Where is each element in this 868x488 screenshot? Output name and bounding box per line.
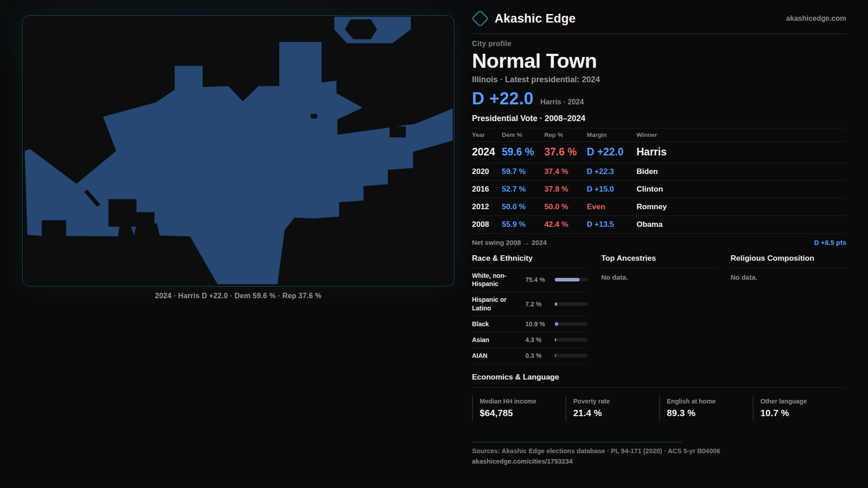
- vote-dem-pct: 59.7 %: [502, 167, 544, 176]
- list-item: AIAN 0.3 %: [472, 348, 588, 364]
- headline-margin-row: D +22.0 Harris · 2024: [472, 89, 846, 108]
- race-label: Black: [472, 320, 525, 328]
- race-label: Hispanic or Latino: [472, 296, 525, 312]
- net-swing-value: D +8.5 pts: [814, 239, 846, 246]
- stat-median-income: Median HH income $64,785: [472, 396, 566, 421]
- stat-label: Poverty rate: [573, 398, 659, 405]
- list-item: Asian 4.3 %: [472, 332, 588, 348]
- footer: Sources: Akashic Edge elections database…: [472, 442, 846, 465]
- religion-section-title: Religious Composition: [731, 254, 846, 268]
- race-label: Asian: [472, 336, 525, 344]
- headline-context: Harris · 2024: [540, 98, 584, 106]
- economics-section-title: Economics & Language: [472, 373, 846, 388]
- economics-stats: Median HH income $64,785 Poverty rate 21…: [472, 396, 846, 421]
- list-item: White, non-Hispanic 75.4 %: [472, 268, 588, 292]
- race-value: 4.3 %: [525, 336, 555, 343]
- col-dem: Dem %: [502, 131, 544, 138]
- race-bar: [555, 278, 588, 282]
- table-row: 2012 50.0 % 50.0 % Even Romney: [472, 198, 846, 216]
- table-row: 2024 59.6 % 37.6 % D +22.0 Harris: [472, 141, 846, 163]
- race-value: 75.4 %: [525, 276, 555, 283]
- diamond-logo-icon: [471, 9, 489, 28]
- ancestries-section-title: Top Ancestries: [601, 254, 717, 268]
- race-ethnicity-section: Race & Ethnicity White, non-Hispanic 75.…: [472, 254, 588, 364]
- vote-winner: Romney: [637, 202, 846, 211]
- stat-english-at-home: English at home 89.3 %: [659, 396, 753, 421]
- net-swing-label: Net swing 2008 → 2024: [472, 239, 547, 246]
- demographics-columns: Race & Ethnicity White, non-Hispanic 75.…: [472, 254, 846, 364]
- vote-table-header: Year Dem % Rep % Margin Winner: [472, 128, 846, 141]
- race-label: AIAN: [472, 352, 525, 360]
- vote-winner: Clinton: [637, 185, 846, 194]
- stat-other-language: Other language 10.7 %: [753, 396, 846, 421]
- vote-rep-pct: 42.4 %: [544, 220, 587, 229]
- race-bar: [555, 302, 588, 306]
- table-row: 2020 59.7 % 37.4 % D +22.3 Biden: [472, 163, 846, 180]
- stat-label: Median HH income: [480, 398, 566, 405]
- vote-margin: D +13.5: [587, 220, 637, 229]
- vote-table-title: Presidential Vote · 2008–2024: [472, 114, 846, 123]
- table-row: 2008 55.9 % 42.4 % D +13.5 Obama: [472, 216, 846, 233]
- stat-label: Other language: [760, 398, 846, 405]
- vote-dem-pct: 59.6 %: [502, 146, 544, 158]
- vote-table: Year Dem % Rep % Margin Winner 2024 59.6…: [472, 128, 846, 233]
- stat-value: 21.4 %: [573, 408, 659, 418]
- vote-rep-pct: 37.8 %: [544, 185, 587, 194]
- city-boundary-map: [23, 16, 454, 286]
- vote-margin: D +22.0: [587, 146, 637, 158]
- vote-dem-pct: 55.9 %: [502, 220, 544, 229]
- vote-margin: D +15.0: [587, 185, 637, 194]
- stat-value: $64,785: [480, 408, 566, 418]
- race-value: 10.9 %: [525, 320, 555, 328]
- footer-divider: [472, 442, 682, 442]
- col-rep: Rep %: [544, 131, 587, 138]
- brand-domain-link[interactable]: akashicedge.com: [786, 14, 846, 23]
- table-row: 2016 52.7 % 37.8 % D +15.0 Clinton: [472, 180, 846, 198]
- vote-year: 2024: [472, 146, 502, 158]
- vote-winner: Biden: [637, 167, 846, 176]
- ancestries-section: Top Ancestries No data.: [601, 254, 717, 364]
- subtitle: Illinois · Latest presidential: 2024: [472, 75, 846, 84]
- stat-poverty-rate: Poverty rate 21.4 %: [566, 396, 659, 421]
- col-margin: Margin: [587, 131, 637, 138]
- brand-name: Akashic Edge: [495, 12, 576, 26]
- race-section-title: Race & Ethnicity: [472, 254, 588, 268]
- vote-year: 2008: [472, 220, 502, 229]
- map-caption: 2024 · Harris D +22.0 · Dem 59.6 % · Rep…: [22, 292, 454, 300]
- religion-section: Religious Composition No data.: [731, 254, 846, 364]
- vote-winner: Obama: [637, 220, 846, 229]
- header: Akashic Edge akashicedge.com: [472, 11, 846, 34]
- vote-dem-pct: 52.7 %: [502, 185, 544, 194]
- vote-rep-pct: 37.6 %: [544, 146, 587, 158]
- religion-empty-state: No data.: [731, 268, 846, 281]
- stat-label: English at home: [667, 398, 753, 405]
- race-bar: [555, 338, 588, 342]
- col-winner: Winner: [637, 131, 846, 138]
- vote-year: 2016: [472, 185, 502, 194]
- vote-year: 2020: [472, 167, 502, 176]
- vote-winner: Harris: [637, 146, 846, 158]
- race-value: 7.2 %: [525, 300, 555, 308]
- sources-text: Sources: Akashic Edge elections database…: [472, 447, 846, 455]
- vote-dem-pct: 50.0 %: [502, 202, 544, 211]
- headline-margin: D +22.0: [472, 89, 533, 108]
- race-bar: [555, 322, 588, 326]
- vote-margin: D +22.3: [587, 167, 637, 176]
- kicker: City profile: [472, 40, 846, 48]
- vote-rep-pct: 50.0 %: [544, 202, 587, 211]
- map-panel: [22, 15, 454, 286]
- city-profile-panel: Akashic Edge akashicedge.com City profil…: [472, 11, 846, 465]
- stat-value: 89.3 %: [667, 408, 753, 418]
- ancestries-empty-state: No data.: [601, 268, 717, 281]
- permalink-link[interactable]: akashicedge.com/cities/1753234: [472, 458, 572, 465]
- col-year: Year: [472, 131, 502, 138]
- net-swing-row: Net swing 2008 → 2024 D +8.5 pts: [472, 233, 846, 252]
- stat-value: 10.7 %: [760, 408, 846, 418]
- list-item: Black 10.9 %: [472, 316, 588, 332]
- vote-margin: Even: [587, 202, 637, 211]
- race-value: 0.3 %: [525, 352, 555, 359]
- race-label: White, non-Hispanic: [472, 272, 525, 288]
- list-item: Hispanic or Latino 7.2 %: [472, 292, 588, 316]
- vote-rep-pct: 37.4 %: [544, 167, 587, 176]
- page-title: Normal Town: [472, 49, 846, 73]
